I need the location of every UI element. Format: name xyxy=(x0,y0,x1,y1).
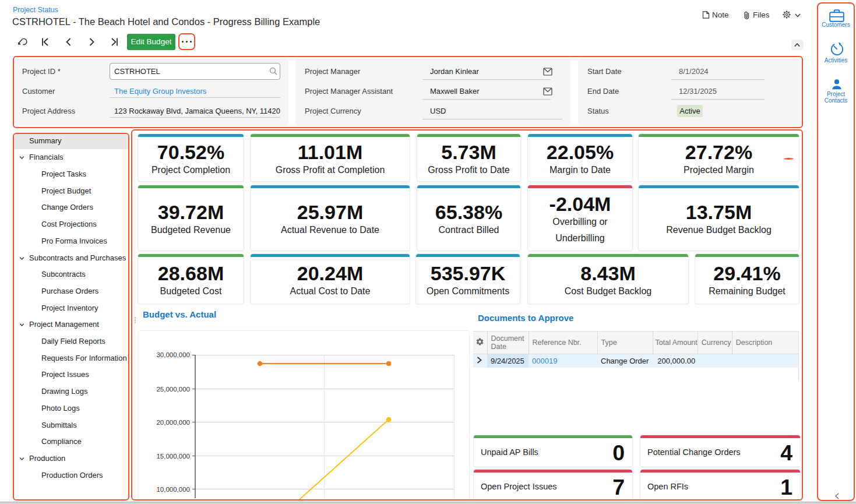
svg-text:30,000,000: 30,000,000 xyxy=(156,351,190,358)
svg-text:15,000,000: 15,000,000 xyxy=(156,453,190,460)
svg-text:20,000,000: 20,000,000 xyxy=(156,419,190,426)
svg-text:10,000,000: 10,000,000 xyxy=(156,486,190,493)
svg-text:25,000,000: 25,000,000 xyxy=(156,386,190,393)
